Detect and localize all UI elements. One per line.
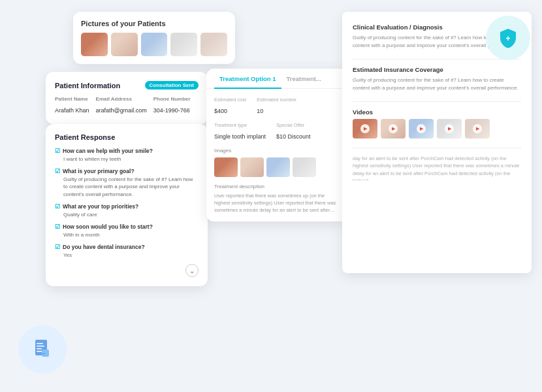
play-icon-2: ▶ <box>389 124 398 133</box>
shield-circle: + <box>486 16 530 60</box>
chevron-down-icon[interactable]: ⌄ <box>185 264 199 277</box>
patient-email-label: Email Address <box>96 96 147 102</box>
svg-rect-2 <box>37 343 43 344</box>
qa-item-3: ☑ What are your top priorities? Quality … <box>55 203 199 218</box>
treatment-tabs: Treatment Option 1 Treatment... <box>206 69 349 89</box>
photo-thumb-4[interactable] <box>170 33 197 56</box>
photo-thumb-2[interactable] <box>111 33 138 56</box>
photo-thumb-3[interactable] <box>141 33 168 56</box>
tab-treatment-option-2[interactable]: Treatment... <box>281 69 327 89</box>
videos-title: Videos <box>353 108 521 116</box>
images-label: Images <box>214 148 341 154</box>
patient-response-title: Patient Response <box>55 133 199 141</box>
play-icon-5: ▶ <box>473 124 482 133</box>
patient-email-col: Email Address arafath@gmail.com <box>96 96 147 115</box>
document-circle <box>18 325 67 374</box>
patient-phone-label: Phone Number <box>153 96 191 102</box>
treatment-desc-text: User reported that there was sometimes u… <box>214 192 341 214</box>
play-icon-4: ▶ <box>445 124 454 133</box>
treatment-body: Estimated cost $400 Estimated number 10 … <box>206 89 349 222</box>
tab-treatment-option-1[interactable]: Treatment Option 1 <box>214 69 281 89</box>
video-thumb-5[interactable]: ▶ <box>465 119 490 139</box>
play-icon-1: ▶ <box>360 124 370 133</box>
photos-row <box>81 33 227 56</box>
videos-section: Videos ▶ ▶ ▶ ▶ ▶ <box>353 108 521 139</box>
video-thumb-1[interactable]: ▶ <box>353 119 377 139</box>
treatment-card: Treatment Option 1 Treatment... Estimate… <box>206 69 349 221</box>
check-icon-1: ☑ <box>55 148 60 154</box>
patient-response-card: Patient Response ☑ How can we help with … <box>46 124 208 286</box>
patient-email-value: arafath@gmail.com <box>96 107 147 114</box>
estimated-cost-value: $400 <box>214 108 227 114</box>
treat-img-1[interactable] <box>214 157 238 177</box>
qa-item-2: ☑ What is your primary goal? Guilty of p… <box>55 168 199 198</box>
check-icon-4: ☑ <box>55 223 60 230</box>
qa-question-5: ☑ Do you have dental insurance? <box>55 244 199 250</box>
patient-name-value: Arafath Khan <box>55 107 89 114</box>
divider-1 <box>353 59 521 59</box>
estimated-number-field: Estimated number 10 <box>257 97 296 116</box>
patient-name-col: Patient Name Arafath Khan <box>55 96 89 115</box>
check-icon-5: ☑ <box>55 244 60 250</box>
qa-answer-1: I want to whiten my teeth <box>55 155 199 163</box>
special-offer-value: $10 Discount <box>276 133 311 140</box>
svg-rect-3 <box>37 346 44 347</box>
insurance-title: Estimated Insurance Coverage <box>353 66 521 73</box>
qa-question-2: ☑ What is your primary goal? <box>55 168 199 174</box>
shield-icon: + <box>497 27 519 49</box>
treatment-images-row <box>214 157 341 177</box>
insurance-text: Guilty of producing content for the sake… <box>353 76 521 92</box>
pictures-title: Pictures of your Patients <box>81 20 227 27</box>
treat-img-4[interactable] <box>293 157 316 177</box>
svg-rect-4 <box>37 348 42 350</box>
estimated-number-value: 10 <box>257 108 263 114</box>
pictures-card: Pictures of your Patients <box>73 12 235 64</box>
qa-question-4: ☑ How soon would you like to start? <box>55 223 199 230</box>
patient-info-title: Patient Information <box>55 82 120 90</box>
extra-text: day for an alert to be sent after PorchC… <box>353 148 521 180</box>
patient-info-card: Patient Information Consultation Sent Pa… <box>46 72 208 124</box>
treat-img-3[interactable] <box>266 157 290 177</box>
estimated-number-label: Estimated number <box>257 97 296 103</box>
treatment-type-label: Treatment type <box>214 122 266 128</box>
qa-question-1: ☑ How can we help with your smile? <box>55 148 199 154</box>
qa-answer-2: Guilty of producing content for the sake… <box>55 176 199 198</box>
treatment-cost-row: Estimated cost $400 Estimated number 10 <box>214 97 341 116</box>
photo-thumb-1[interactable] <box>81 33 108 56</box>
play-icon-3: ▶ <box>417 124 426 133</box>
video-thumb-4[interactable]: ▶ <box>437 119 462 139</box>
qa-item-4: ☑ How soon would you like to start? With… <box>55 223 199 238</box>
treat-img-2[interactable] <box>240 157 264 177</box>
patient-phone-value: 304-1990-766 <box>153 107 190 114</box>
qa-answer-3: Quality of care <box>55 211 199 218</box>
patient-info-columns: Patient Name Arafath Khan Email Address … <box>55 96 199 115</box>
treatment-type-value: Single tooth implant <box>214 133 266 140</box>
treatment-type-field: Treatment type Single tooth implant <box>214 122 266 141</box>
check-icon-2: ☑ <box>55 168 60 174</box>
svg-text:+: + <box>505 34 510 43</box>
insurance-section: Estimated Insurance Coverage Guilty of p… <box>353 66 521 92</box>
divider-2 <box>353 101 521 102</box>
qa-question-3: ☑ What are your top priorities? <box>55 203 199 210</box>
patient-name-label: Patient Name <box>55 96 89 102</box>
video-thumb-2[interactable]: ▶ <box>381 119 406 139</box>
qa-item-1: ☑ How can we help with your smile? I wan… <box>55 148 199 163</box>
photo-thumb-5[interactable] <box>200 33 227 56</box>
svg-rect-6 <box>42 350 49 357</box>
special-offer-field: Special Offer $10 Discount <box>276 122 311 141</box>
treatment-desc-label: Treatment description <box>214 184 341 189</box>
patient-info-header: Patient Information Consultation Sent <box>55 81 199 90</box>
qa-answer-4: With in a month <box>55 231 199 238</box>
consultation-badge: Consultation Sent <box>145 81 199 90</box>
chevron-btn[interactable]: ⌄ <box>55 264 199 277</box>
videos-row: ▶ ▶ ▶ ▶ ▶ <box>353 119 521 139</box>
estimated-cost-label: Estimated cost <box>214 97 246 103</box>
document-icon <box>31 338 54 361</box>
treatment-type-row: Treatment type Single tooth implant Spec… <box>214 122 341 141</box>
patient-phone-col: Phone Number 304-1990-766 <box>153 96 191 115</box>
video-thumb-3[interactable]: ▶ <box>409 119 434 139</box>
special-offer-label: Special Offer <box>276 122 311 128</box>
check-icon-3: ☑ <box>55 203 60 210</box>
qa-item-5: ☑ Do you have dental insurance? Yes <box>55 244 199 259</box>
qa-answer-5: Yes <box>55 252 199 259</box>
